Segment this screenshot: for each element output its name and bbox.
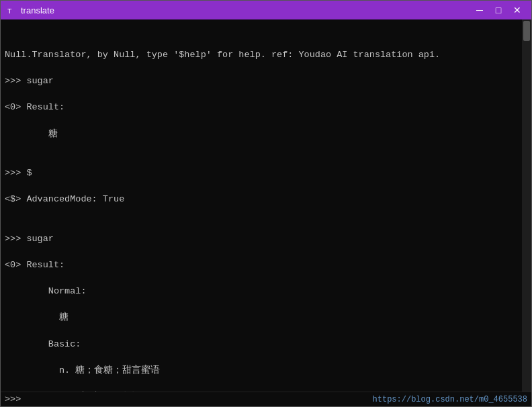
block-2-line-2: 糖 <box>5 311 518 324</box>
terminal: Null.Translator, by Null, type '$help' f… <box>1 19 531 392</box>
footer-prompt: >>> <box>5 394 21 404</box>
block-2-line-3: Basic: <box>5 338 518 351</box>
prompt-0: >>> sugar <box>5 75 518 88</box>
block-1-line-0: <$> AdvancedMode: True <box>5 193 518 206</box>
app-icon: T <box>6 5 17 15</box>
maximize-button[interactable]: □ <box>490 3 507 17</box>
block-2-line-1: Normal: <box>5 285 518 298</box>
terminal-output[interactable]: Null.Translator, by Null, type '$help' f… <box>1 19 522 392</box>
prompt-2: >>> sugar <box>5 232 518 246</box>
scrollbar-thumb[interactable] <box>523 21 530 41</box>
window-controls: ─ □ ✕ <box>471 3 526 17</box>
main-window: T translate ─ □ ✕ Null.Translator, by Nu… <box>0 0 532 407</box>
footer-bar: >>> https://blog.csdn.net/m0_4655538 <box>1 392 531 406</box>
block-0-line-1: 糖 <box>5 128 518 141</box>
block-0-line-0: <0> Result: <box>5 101 518 114</box>
footer-url: https://blog.csdn.net/m0_4655538 <box>373 395 527 404</box>
intro-line: Null.Translator, by Null, type '$help' f… <box>5 48 518 62</box>
block-2-line-0: <0> Result: <box>5 259 518 272</box>
titlebar: T translate ─ □ ✕ <box>1 1 531 19</box>
close-button[interactable]: ✕ <box>508 3 526 17</box>
titlebar-left: T translate <box>6 5 54 15</box>
window-title: translate <box>21 5 54 15</box>
minimize-button[interactable]: ─ <box>471 3 488 17</box>
svg-text:T: T <box>7 7 12 15</box>
scrollbar[interactable] <box>522 19 531 392</box>
prompt-1: >>> $ <box>5 167 518 180</box>
block-2-line-4: n. 糖；食糖；甜言蜜语 <box>5 364 518 377</box>
